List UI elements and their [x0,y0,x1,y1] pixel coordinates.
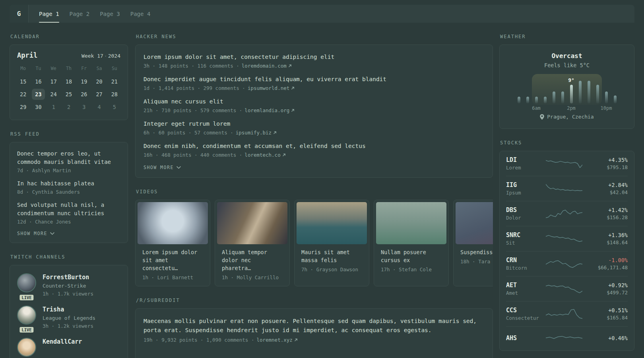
current-temp-label: 9° [568,77,574,83]
calendar-day: 19 [78,76,90,87]
video-thumbnail[interactable] [376,202,446,244]
story-item: Integer eget rutrum lorem 6h · 60 points… [144,120,485,136]
twitch-channel-row[interactable]: KendallCarr [17,338,120,357]
stocks-header: STOCKS [500,140,634,146]
stock-symbol: DBS [506,206,544,214]
time-label: 6am [532,105,541,111]
videos-section: VIDEOS Lorem ipsum dolor sit amet consec… [135,189,493,286]
nav-tab-page-2[interactable]: Page 2 [70,5,90,23]
story-title[interactable]: Integer eget rutrum lorem [144,120,485,128]
channel-name: KendallCarr [43,338,82,346]
separator-dot: · [103,53,108,59]
video-card: Aliquam tempor dolor nec pharetra… 1h · … [215,200,290,286]
nav-tab-page-4[interactable]: Page 4 [130,5,151,23]
show-more-label: SHOW MORE [17,231,47,236]
stock-change: +0.51% [584,307,628,313]
post-meta: 19h · 9,932 points · 1,090 comments · lo… [144,337,485,343]
story-domain-link[interactable]: ipsumify.biz [236,130,277,136]
stock-row: DBSDolor +1.42%$156.28 [506,201,628,226]
channel-info: KendallCarr [43,338,82,357]
twitch-channel-row[interactable]: LIVE Trisha League of Legends 3h · 1.2k … [17,305,120,330]
calendar-day: 26 [78,89,90,100]
story-stats: 21h · 710 points · 579 comments · [144,107,242,113]
calendar-month: April [17,51,37,59]
rss-item-title[interactable]: Sed volutpat nulla nisl, a condimentum n… [17,201,120,218]
chevron-down-icon [177,166,181,169]
calendar-day: 2 [62,101,75,113]
videos-carousel[interactable]: Lorem ipsum dolor sit amet consectetu… 1… [135,200,493,286]
stock-sparkline [544,332,584,345]
story-title[interactable]: Donec enim nibh, condimentum et accumsan… [144,142,485,150]
external-link-icon [282,153,286,157]
story-title[interactable]: Aliquam nec cursus elit [144,97,485,106]
stock-id: AHS [506,335,544,343]
weather-bar [579,81,582,103]
rss-item-meta: 8d · Cynthia Saunders [17,189,120,195]
calendar-widget: April Week 17·2024 MoTuWeThFrSaSu 151617… [10,45,128,120]
avatar [17,273,36,292]
video-title[interactable]: Mauris sit amet massa felis [301,248,362,264]
stock-row: CRNBitcorn -1.00%$66,171.48 [506,251,628,276]
stock-row: LDILorem +4.35%$795.18 [506,151,628,176]
show-more-label: SHOW MORE [144,165,174,170]
twitch-header: TWITCH CHANNELS [10,254,128,260]
nav-tab-page-1[interactable]: Page 1 [39,5,59,23]
reddit-section: /R/SUBREDDIT Maecenas mollis pulvinar er… [135,298,493,358]
rss-show-more-button[interactable]: SHOW MORE [17,231,120,236]
video-thumbnail[interactable] [217,202,287,244]
calendar-day: 24 [47,89,60,100]
stock-row: AHS +0.46% [506,326,628,350]
calendar-day: 27 [93,89,105,100]
story-domain-link[interactable]: loremtech.co [244,152,285,158]
story-title[interactable]: Donec imperdiet augue tincidunt felis al… [144,75,485,84]
story-domain-link[interactable]: loremlandia.org [244,107,295,113]
video-title[interactable]: Aliquam tempor dolor nec pharetra… [222,248,283,272]
calendar-week-year: Week 17·2024 [81,53,120,59]
video-title[interactable]: Suspendisse diam [460,248,493,256]
rss-item-title[interactable]: Donec tempor eros leo, ut commodo mauris… [17,150,120,166]
calendar-day: 5 [108,101,121,113]
video-thumbnail[interactable] [138,202,208,244]
external-link-icon [288,64,292,68]
video-body: Aliquam tempor dolor nec pharetra… 1h · … [217,244,287,286]
story-domain-link[interactable]: loremdomain.com [242,63,292,69]
story-domain: ipsumify.biz [236,130,272,136]
rss-item-title[interactable]: In hac habitasse platea [17,179,120,188]
weather-bar [553,91,555,103]
story-domain-link[interactable]: ipsumworld.net [248,85,295,91]
stock-name: Bitcorn [506,265,544,271]
post-domain-link[interactable]: loremnet.xyz [256,337,297,343]
stock-id: DBSDolor [506,206,544,221]
left-column: CALENDAR April Week 17·2024 MoTuWeThFrSa… [10,34,128,358]
calendar-day: 15 [17,76,29,87]
stock-id: SNRCSit [506,232,544,246]
stock-id: CCSConsectetur [506,307,544,321]
stock-row: CCSConsectetur +0.51%$165.84 [506,301,628,326]
hackernews-show-more-button[interactable]: SHOW MORE [144,165,485,170]
hackernews-header: HACKER NEWS [136,34,493,39]
twitch-channel-row[interactable]: LIVE ForrestBurton Counter-Strike 1h · 1… [17,273,120,298]
story-title[interactable]: Lorem ipsum dolor sit amet, consectetur … [144,53,485,61]
calendar-section: CALENDAR April Week 17·2024 MoTuWeThFrSa… [10,34,128,120]
post-title[interactable]: Maecenas mollis pulvinar erat non posuer… [144,317,485,335]
weather-feels-like: Feels like 5°C [506,62,628,68]
video-thumbnail[interactable] [456,202,493,244]
video-meta: 17h · Stefan Cole [381,267,442,272]
video-thumbnail[interactable] [297,202,367,244]
stock-price: $148.64 [584,239,628,245]
live-badge: LIVE [19,326,34,333]
videos-header: VIDEOS [136,189,493,195]
nav-tab-page-3[interactable]: Page 3 [100,5,120,23]
external-link-icon [273,131,277,134]
stock-values: -1.00%$66,171.48 [584,257,628,270]
stock-price: $165.84 [584,315,628,321]
video-card: Nullam posuere cursus ex 17h · Stefan Co… [374,200,449,286]
external-link-icon [294,338,298,342]
calendar-day: 28 [108,89,121,100]
channel-game: League of Legends [43,314,95,322]
video-title[interactable]: Nullam posuere cursus ex [381,248,442,264]
app-logo[interactable]: G [10,5,29,23]
calendar-day: 20 [93,76,105,87]
video-title[interactable]: Lorem ipsum dolor sit amet consectetu… [142,248,203,272]
calendar-week-label: Week 17 [81,53,103,59]
